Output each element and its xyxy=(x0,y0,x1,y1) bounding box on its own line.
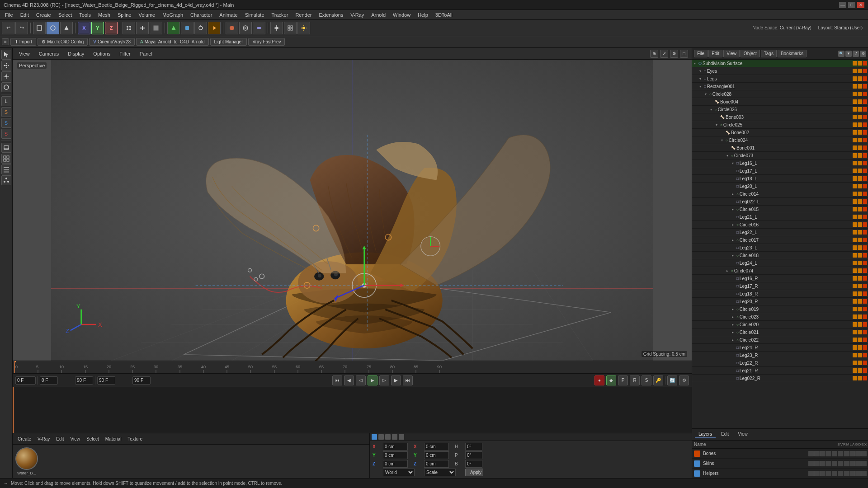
menu-item-extensions[interactable]: Extensions xyxy=(316,11,346,19)
viewport-fullscreen-button[interactable]: □ xyxy=(680,50,688,58)
cineravray-button[interactable]: V CinemaVrayR23 xyxy=(89,38,135,46)
material-menu-view[interactable]: View xyxy=(68,436,82,442)
material-menu-create[interactable]: Create xyxy=(15,436,33,442)
tree-item-leg16_l[interactable]: ▾ □ Leg16_L xyxy=(692,160,868,167)
menu-item-mograph[interactable]: MoGraph xyxy=(159,11,186,19)
layer-row-helpers[interactable]: Helpers xyxy=(692,469,868,478)
rp-object-tab[interactable]: Object xyxy=(741,50,760,57)
rp-view-tab[interactable]: View xyxy=(723,50,740,57)
mode-model-button[interactable] xyxy=(33,22,46,34)
material-menu-texture[interactable]: Texture xyxy=(125,436,145,442)
viewport-menu-filter[interactable]: Filter xyxy=(117,50,133,57)
left-tool-rotate[interactable] xyxy=(1,82,11,92)
viewport-expand-button[interactable]: ⤢ xyxy=(660,50,668,58)
tree-item-circle024[interactable]: ▾ ○ Circle024 xyxy=(692,136,868,144)
tree-item-bone001[interactable]: 🦴 Bone001 xyxy=(692,144,868,152)
current-frame-input[interactable] xyxy=(15,376,36,385)
tree-item-leg16_r[interactable]: □ Leg16_R xyxy=(692,275,868,282)
rp-refresh-icon[interactable]: ↺ xyxy=(853,51,859,57)
layer-row-skins[interactable]: Skins xyxy=(692,459,868,469)
rp-settings-icon[interactable]: ⚙ xyxy=(860,51,866,57)
left-tool-brush[interactable] xyxy=(1,143,11,153)
points-mode-button[interactable] xyxy=(123,22,135,34)
tree-item-circle020[interactable]: ▸ ○ Circle020 xyxy=(692,321,868,328)
viewport-menu-display[interactable]: Display xyxy=(65,50,87,57)
tree-item-leg21_r[interactable]: □ Leg21_R xyxy=(692,367,868,375)
tree-item-circle074[interactable]: ▸ ○ Circle074 xyxy=(692,267,868,275)
maxtoc4d-button[interactable]: ⚙ MaxToC4D Config xyxy=(38,38,88,46)
coord-z2-input[interactable] xyxy=(424,460,449,468)
tree-item-circle021[interactable]: ▸ ○ Circle021 xyxy=(692,328,868,336)
undo-button[interactable]: ↩ xyxy=(2,22,14,34)
left-tool-s3[interactable]: S xyxy=(1,129,11,139)
layer-row-bones[interactable]: Bones xyxy=(692,449,868,459)
apply-button[interactable]: Apply xyxy=(465,469,483,476)
left-tool-grid[interactable] xyxy=(1,154,11,164)
material-thumbnail[interactable] xyxy=(15,447,38,470)
left-tool-selection[interactable] xyxy=(1,50,11,60)
menu-item-select[interactable]: Select xyxy=(55,11,75,19)
goto-start-button[interactable]: ⏮ xyxy=(332,375,342,385)
tree-item-eyes[interactable]: ▾ □ Eyes xyxy=(692,67,868,75)
material-item[interactable]: Water_B... xyxy=(15,447,38,475)
left-tool-scale[interactable] xyxy=(1,71,11,81)
keyframe-button[interactable]: ◆ xyxy=(606,375,616,385)
menu-item-window[interactable]: Window xyxy=(390,11,414,19)
tree-item-circle015[interactable]: ▸ ○ Circle015 xyxy=(692,206,868,213)
scale-select[interactable]: Scale xyxy=(424,469,456,476)
rp-filter-icon[interactable]: ▼ xyxy=(845,51,852,57)
coord-y-input[interactable] xyxy=(383,451,408,459)
material-menu-material[interactable]: Material xyxy=(103,436,124,442)
menu-item-spline[interactable]: Spline xyxy=(114,11,135,19)
maximize-button[interactable]: □ xyxy=(848,2,855,8)
grid-button[interactable] xyxy=(284,22,297,34)
tree-item-bone004[interactable]: 🦴 Bone004 xyxy=(692,98,868,106)
coord-b-input[interactable] xyxy=(465,460,482,468)
deformer-button[interactable] xyxy=(253,22,265,34)
record-rot-button[interactable]: R xyxy=(630,375,640,385)
material-menu-vray[interactable]: V-Ray xyxy=(35,436,52,442)
viewport-fit-button[interactable]: ⊕ xyxy=(650,50,658,58)
menu-item-render[interactable]: Render xyxy=(292,11,315,19)
viewport-config-button[interactable]: ⚙ xyxy=(670,50,678,58)
tree-item-circle016[interactable]: ▸ ○ Circle016 xyxy=(692,221,868,229)
end-frame-input[interactable] xyxy=(75,376,93,385)
preview-start-input[interactable] xyxy=(97,376,115,385)
preview-end-input[interactable] xyxy=(132,376,151,385)
menu-item-mesh[interactable]: Mesh xyxy=(95,11,113,19)
tree-item-bone003[interactable]: 🦴 Bone003 xyxy=(692,113,868,121)
import-button[interactable]: ⬆ Import xyxy=(10,38,36,46)
menu-item-help[interactable]: Help xyxy=(415,11,431,19)
prev-frame-button[interactable]: ◀ xyxy=(344,375,354,385)
tree-item-leg022_l[interactable]: □ Leg022_L xyxy=(692,198,868,206)
tree-item-circle014[interactable]: ▸ ○ Circle014 xyxy=(692,190,868,198)
coord-z-input[interactable] xyxy=(383,460,408,468)
menu-item-character[interactable]: Character xyxy=(187,11,215,19)
tree-item-circle026[interactable]: ▾ ○ Circle026 xyxy=(692,106,868,113)
menu-item-file[interactable]: File xyxy=(2,11,16,19)
tree-item-legs[interactable]: ▾ □ Legs xyxy=(692,75,868,83)
layers-tab-view[interactable]: View xyxy=(734,431,751,438)
tree-item-leg18_l[interactable]: □ Leg18_L xyxy=(692,175,868,183)
tree-item-leg17_r[interactable]: □ Leg17_R xyxy=(692,282,868,290)
tree-item-leg24_r[interactable]: □ Leg24_R xyxy=(692,344,868,352)
minimize-button[interactable]: — xyxy=(839,2,846,8)
scene-settings-button[interactable] xyxy=(181,22,193,34)
tree-item-leg22_r[interactable]: □ Leg22_R xyxy=(692,359,868,367)
3d-viewport[interactable]: Perspective Default Camera:* xyxy=(13,60,692,361)
goto-end-button[interactable]: ⏭ xyxy=(403,375,413,385)
viewport-menu-panel[interactable]: Panel xyxy=(137,50,155,57)
tree-item-leg20_l[interactable]: □ Leg20_L xyxy=(692,183,868,190)
hamburger-menu[interactable]: ≡ xyxy=(2,38,9,45)
left-tool-misc[interactable] xyxy=(1,175,11,185)
tree-item-circle017[interactable]: ▸ ○ Circle017 xyxy=(692,236,868,244)
tree-item-circle073[interactable]: ▾ ○ Circle073 xyxy=(692,152,868,160)
render-settings-button[interactable] xyxy=(194,22,207,34)
tree-item-leg18_r[interactable]: □ Leg18_R xyxy=(692,290,868,298)
motion-path-button[interactable]: 🔄 xyxy=(667,375,677,385)
menu-item-arnold[interactable]: Arnold xyxy=(368,11,389,19)
timeline-options-button[interactable]: ⚙ xyxy=(679,375,689,385)
tree-item-circle018[interactable]: ▸ ○ Circle018 xyxy=(692,252,868,259)
coord-x2-input[interactable] xyxy=(424,443,449,450)
menu-item-tools[interactable]: Tools xyxy=(76,11,94,19)
